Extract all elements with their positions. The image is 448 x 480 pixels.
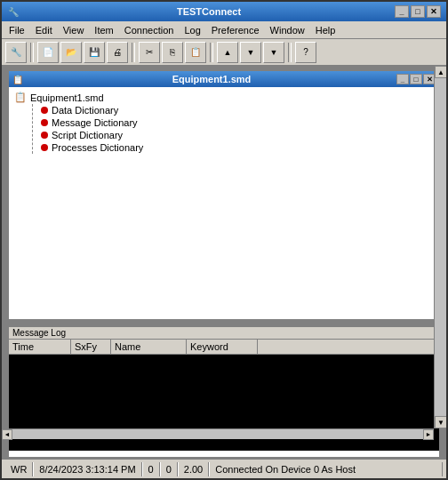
menu-log[interactable]: Log <box>179 23 205 37</box>
status-val2: 0 <box>160 462 178 476</box>
log-col-extra <box>258 340 439 354</box>
mdi-restore-button[interactable]: □ <box>410 74 422 84</box>
menu-help[interactable]: Help <box>310 23 341 37</box>
scroll-down-button[interactable]: ▼ <box>435 416 446 428</box>
mdi-window-icon: 📋 <box>12 75 23 84</box>
menu-bar: File Edit View Item Connection Log Prefe… <box>2 21 446 39</box>
toolbar-btn-help[interactable]: ? <box>295 42 316 63</box>
maximize-button[interactable]: □ <box>411 5 425 18</box>
tree-item-processes-dictionary[interactable]: Processes Dictionary <box>41 141 434 154</box>
tree-item-dot-3 <box>41 144 48 151</box>
toolbar: 🔧 📄 📂 💾 🖨 ✂ ⎘ 📋 ▲ ▼ ▼ ? <box>2 39 446 66</box>
menu-edit[interactable]: Edit <box>30 23 58 37</box>
status-bar: WR 8/24/2023 3:13:14 PM 0 0 2.00 Connect… <box>2 459 446 478</box>
app-title: TESTConnect <box>23 6 395 17</box>
menu-item[interactable]: Item <box>89 23 118 37</box>
tree-item-script-dictionary[interactable]: Script Dictionary <box>41 129 434 141</box>
toolbar-btn-open[interactable]: 📂 <box>60 42 82 63</box>
main-window: 🔧 TESTConnect _ □ ✕ File Edit View Item … <box>0 0 448 480</box>
toolbar-btn-cut[interactable]: ✂ <box>139 42 160 63</box>
mdi-title: Equipment1.smd <box>27 74 396 84</box>
toolbar-sep-1 <box>132 43 135 62</box>
tree-item-dot-2 <box>41 132 48 139</box>
log-col-name: Name <box>111 340 187 354</box>
log-col-sxfy: SxFy <box>71 340 111 354</box>
log-table-header: Time SxFy Name Keyword <box>9 340 439 355</box>
toolbar-sep-0 <box>30 43 34 62</box>
tree-item-label-3: Processes Dictionary <box>52 142 143 153</box>
tree-root[interactable]: 📋 Equipment1.smd <box>14 91 434 104</box>
tree-item-dot-0 <box>41 107 48 114</box>
mdi-controls: _ □ ✕ <box>396 74 436 84</box>
toolbar-btn-icon[interactable]: 🔧 <box>5 42 27 63</box>
log-col-keyword: Keyword <box>187 340 258 354</box>
menu-file[interactable]: File <box>4 23 30 37</box>
toolbar-btn-up[interactable]: ▲ <box>217 42 238 63</box>
tree-root-icon: 📋 <box>14 92 27 103</box>
tree-root-label: Equipment1.smd <box>30 92 104 103</box>
log-col-time: Time <box>9 340 71 354</box>
toolbar-btn-down2[interactable]: ▼ <box>263 42 284 63</box>
toolbar-btn-save[interactable]: 💾 <box>84 42 105 63</box>
tree-vert-line <box>32 104 41 154</box>
status-datetime: 8/24/2023 3:13:14 PM <box>33 462 141 476</box>
status-connection: Connected On Device 0 As Host <box>209 462 443 476</box>
toolbar-btn-print[interactable]: 🖨 <box>107 42 128 63</box>
tree-item-label-2: Script Dictionary <box>52 130 123 140</box>
status-version: 2.00 <box>178 462 209 476</box>
toolbar-btn-down1[interactable]: ▼ <box>240 42 261 63</box>
title-bar: 🔧 TESTConnect _ □ ✕ <box>2 2 446 21</box>
scroll-left-button[interactable]: ◄ <box>2 429 12 440</box>
horiz-scrollbar[interactable]: ◄ ► <box>2 428 434 439</box>
tree-item-label-1: Message Dictionary <box>52 117 138 128</box>
right-scrollbar[interactable]: ▲ ▼ <box>434 66 446 428</box>
minimize-button[interactable]: _ <box>395 5 409 18</box>
tree-item-label-0: Data Dictionary <box>52 105 118 116</box>
app-icon: 🔧 <box>7 5 20 18</box>
tree-area: 📋 Equipment1.smd Data Dictionary <box>9 87 439 319</box>
title-controls: _ □ ✕ <box>395 5 441 18</box>
tree-item-dot-1 <box>41 119 48 126</box>
message-log-header: Message Log <box>9 327 439 340</box>
tree-item-message-dictionary[interactable]: Message Dictionary <box>41 116 434 129</box>
scroll-right-button[interactable]: ► <box>423 429 434 440</box>
tree-lines-group: Data Dictionary Message Dictionary Scrip… <box>28 104 434 154</box>
mdi-title-bar: 📋 Equipment1.smd _ □ ✕ <box>9 71 439 87</box>
status-val1: 0 <box>142 462 160 476</box>
tree-items-container: Data Dictionary Message Dictionary Scrip… <box>41 104 434 154</box>
scroll-up-button[interactable]: ▲ <box>435 66 446 78</box>
menu-view[interactable]: View <box>58 23 90 37</box>
toolbar-btn-new[interactable]: 📄 <box>37 42 59 63</box>
status-mode: WR <box>5 462 33 476</box>
menu-connection[interactable]: Connection <box>119 23 180 37</box>
tree-item-data-dictionary[interactable]: Data Dictionary <box>41 104 434 116</box>
menu-preference[interactable]: Preference <box>206 23 265 37</box>
close-button[interactable]: ✕ <box>427 5 441 18</box>
toolbar-btn-copy[interactable]: ⎘ <box>162 42 183 63</box>
menu-window[interactable]: Window <box>265 23 310 37</box>
toolbar-sep-2 <box>210 43 213 62</box>
workspace: 📋 Equipment1.smd _ □ ✕ 📋 Equipment1.smd <box>2 66 446 459</box>
mdi-window: 📋 Equipment1.smd _ □ ✕ 📋 Equipment1.smd <box>7 69 441 321</box>
tree-children: Data Dictionary Message Dictionary Scrip… <box>28 104 434 154</box>
mdi-minimize-button[interactable]: _ <box>396 74 409 84</box>
toolbar-btn-paste[interactable]: 📋 <box>185 42 206 63</box>
toolbar-sep-3 <box>288 43 292 62</box>
